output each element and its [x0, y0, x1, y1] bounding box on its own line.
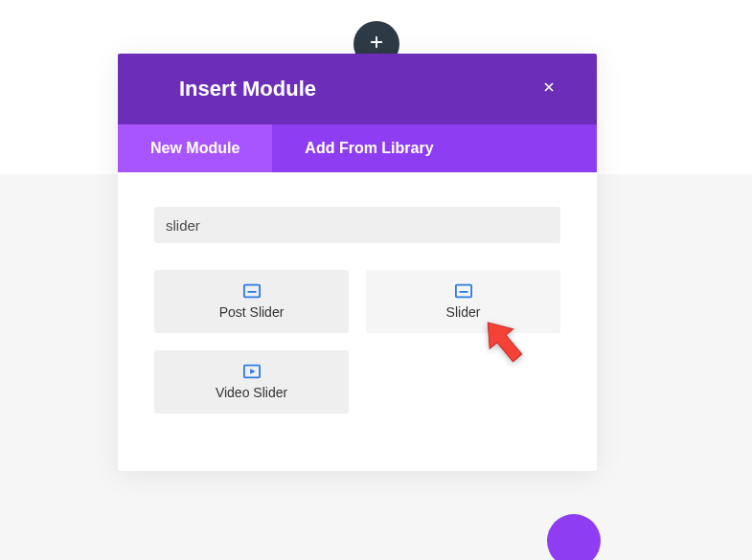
module-label: Slider — [446, 304, 481, 320]
tab-label: New Module — [150, 140, 239, 157]
tab-label: Add From Library — [305, 140, 433, 157]
close-button[interactable] — [539, 79, 558, 99]
module-label: Video Slider — [216, 385, 287, 400]
tab-new-module[interactable]: New Module — [118, 124, 272, 172]
modal-tabs: New Module Add From Library — [118, 124, 597, 172]
post-slider-icon — [243, 283, 261, 299]
plus-icon — [368, 34, 385, 55]
module-card-video-slider[interactable]: Video Slider — [154, 350, 349, 414]
module-label: Post Slider — [219, 304, 285, 320]
modules-grid: Post Slider Slider Vid — [154, 270, 560, 414]
tab-add-from-library[interactable]: Add From Library — [272, 124, 466, 172]
modal-header: Insert Module — [118, 54, 597, 124]
video-slider-icon — [243, 364, 261, 379]
slider-icon — [455, 283, 472, 299]
module-card-slider[interactable]: Slider — [366, 270, 560, 333]
close-icon — [541, 79, 557, 99]
insert-module-modal: Insert Module New Module Add From Librar… — [118, 54, 597, 471]
modal-title: Insert Module — [179, 77, 316, 101]
svg-rect-1 — [247, 291, 256, 293]
search-input[interactable] — [154, 207, 560, 243]
svg-rect-3 — [459, 291, 467, 293]
modal-body: Post Slider Slider Vid — [118, 172, 597, 471]
module-card-post-slider[interactable]: Post Slider — [154, 270, 349, 333]
bottom-fab[interactable] — [547, 514, 601, 560]
